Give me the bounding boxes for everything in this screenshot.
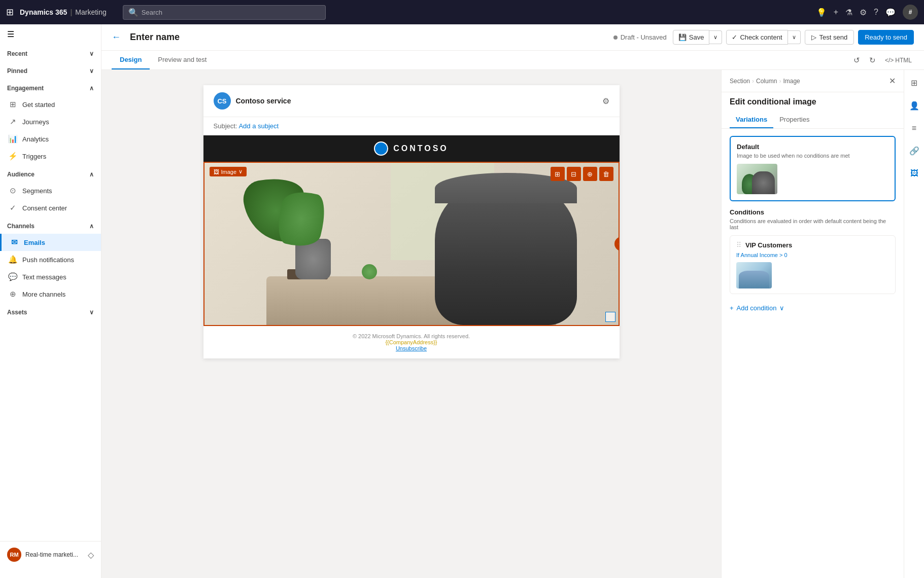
unsubscribe-link[interactable]: Unsubscribe bbox=[211, 345, 612, 351]
hamburger-button[interactable]: ☰ bbox=[0, 24, 101, 44]
person-icon[interactable]: 👤 bbox=[906, 98, 922, 114]
image-label-button[interactable]: 🖼 Image ∨ bbox=[210, 167, 247, 176]
add-condition-button[interactable]: + Add condition ∨ bbox=[730, 301, 896, 315]
search-input[interactable] bbox=[142, 9, 320, 16]
back-button[interactable]: ← bbox=[112, 32, 121, 43]
default-card-title: Default bbox=[737, 143, 888, 151]
toolbar-actions: 💾 Save ∨ ✓ Check content ∨ ▷ Test send bbox=[673, 30, 914, 45]
image-section[interactable]: 🖼 Image ∨ ⊞ ⊟ ⊕ 🗑 bbox=[203, 162, 620, 326]
help-icon[interactable]: ? bbox=[874, 8, 878, 17]
tab-design[interactable]: Design bbox=[112, 51, 150, 69]
search-bar[interactable]: 🔍 bbox=[123, 5, 326, 20]
image-toolbar: 🖼 Image ∨ bbox=[210, 167, 247, 176]
workspace-name: Real-time marketi... bbox=[25, 551, 84, 558]
email-canvas[interactable]: CS Contoso service ⚙ Subject: Add a subj… bbox=[101, 70, 721, 578]
tab-preview[interactable]: Preview and test bbox=[150, 51, 215, 69]
layout-icon[interactable]: ⊞ bbox=[908, 75, 920, 91]
condition-card-0[interactable]: ⠿ VIP Customers If Annual Income > 0 bbox=[730, 235, 896, 294]
module-name: Marketing bbox=[75, 8, 106, 16]
check-content-button-split[interactable]: ✓ Check content ∨ bbox=[726, 30, 800, 45]
sidebar-item-emails[interactable]: ✉ Emails bbox=[0, 234, 101, 251]
sidebar-label-segments: Segments bbox=[22, 187, 52, 195]
panel-tab-variations[interactable]: Variations bbox=[730, 112, 773, 128]
workspace-switcher[interactable]: RM Real-time marketi... ◇ bbox=[0, 541, 101, 568]
page-title: Enter name bbox=[130, 32, 607, 43]
hero-image[interactable]: ✥ bbox=[204, 163, 619, 325]
condition-image-thumbnail[interactable] bbox=[736, 262, 772, 288]
contoso-logo bbox=[374, 141, 388, 156]
plus-icon[interactable]: + bbox=[834, 8, 838, 17]
check-content-dropdown[interactable]: ∨ bbox=[788, 30, 801, 44]
undo-button[interactable]: ↺ bbox=[851, 54, 862, 67]
lightbulb-icon[interactable]: 💡 bbox=[816, 8, 827, 17]
sidebar-group-header-recent[interactable]: Recent ∨ bbox=[0, 46, 101, 61]
sidebar-group-header-audience[interactable]: Audience ∧ bbox=[0, 167, 101, 182]
image-resize-handle[interactable] bbox=[605, 312, 615, 322]
image-conditional-icon[interactable]: 🖼 bbox=[907, 166, 921, 181]
conditions-title: Conditions bbox=[730, 208, 896, 216]
conditions-desc: Conditions are evaluated in order with d… bbox=[730, 218, 896, 230]
sidebar-group-header-channels[interactable]: Channels ∧ bbox=[0, 219, 101, 234]
html-view-button[interactable]: </> HTML bbox=[883, 55, 914, 66]
image-action-people[interactable]: ⊕ bbox=[583, 167, 597, 181]
sidebar-item-text-messages[interactable]: 💬 Text messages bbox=[0, 268, 101, 285]
channels-label: Channels bbox=[7, 223, 35, 230]
hamburger-icon: ☰ bbox=[7, 30, 14, 39]
sidebar-item-triggers[interactable]: ⚡ Triggers bbox=[0, 148, 101, 165]
default-variation-card[interactable]: Default Image to be used when no conditi… bbox=[730, 136, 896, 201]
consent-icon: ✓ bbox=[8, 203, 17, 212]
sidebar-item-segments[interactable]: ⊙ Segments bbox=[0, 182, 101, 199]
filter-icon[interactable]: ⚗ bbox=[845, 8, 852, 17]
chevron-down-icon: ∨ bbox=[89, 50, 94, 57]
image-action-copy[interactable]: ⊞ bbox=[551, 167, 565, 181]
breadcrumb-section[interactable]: Section bbox=[730, 78, 750, 85]
sidebar-label-journeys: Journeys bbox=[22, 118, 49, 126]
sidebar-item-consent-center[interactable]: ✓ Consent center bbox=[0, 199, 101, 216]
panel-tab-properties[interactable]: Properties bbox=[773, 112, 815, 128]
default-image-thumbnail[interactable] bbox=[737, 164, 777, 194]
search-icon: 🔍 bbox=[128, 8, 139, 17]
save-button[interactable]: 💾 Save bbox=[673, 30, 710, 45]
grid-icon[interactable]: ⊞ bbox=[6, 7, 14, 18]
settings-gear-icon[interactable]: ⚙ bbox=[602, 96, 609, 106]
user-avatar[interactable]: # bbox=[903, 5, 918, 20]
close-icon[interactable]: ✕ bbox=[889, 76, 896, 86]
add-subject-link[interactable]: Add a subject bbox=[238, 122, 279, 130]
segments-icon: ⊙ bbox=[8, 186, 17, 195]
settings-icon[interactable]: ⚙ bbox=[860, 8, 867, 17]
sidebar-label-consent: Consent center bbox=[22, 204, 67, 212]
image-action-buttons: ⊞ ⊟ ⊕ 🗑 bbox=[551, 167, 613, 181]
bell-icon: 🔔 bbox=[8, 255, 17, 264]
grid-icon: ⊞ bbox=[8, 100, 17, 109]
image-action-delete[interactable]: 🗑 bbox=[599, 167, 613, 181]
journey-icon: ↗ bbox=[8, 117, 17, 126]
check-content-button[interactable]: ✓ Check content bbox=[726, 30, 788, 45]
sidebar-group-header-engagement[interactable]: Engagement ∧ bbox=[0, 81, 101, 96]
image-action-link[interactable]: ⊟ bbox=[567, 167, 581, 181]
email-sender: CS Contoso service bbox=[214, 92, 291, 110]
sidebar-item-push-notifications[interactable]: 🔔 Push notifications bbox=[0, 251, 101, 268]
ready-to-send-button[interactable]: Ready to send bbox=[858, 30, 914, 45]
sidebar-label-analytics: Analytics bbox=[22, 135, 49, 143]
link-icon[interactable]: 🔗 bbox=[906, 143, 922, 159]
conditions-section: Conditions Conditions are evaluated in o… bbox=[730, 208, 896, 294]
sidebar-item-get-started[interactable]: ⊞ Get started bbox=[0, 96, 101, 113]
condition-name: VIP Customers bbox=[745, 241, 792, 249]
breadcrumb-column[interactable]: Column bbox=[756, 78, 777, 85]
breadcrumb-image[interactable]: Image bbox=[783, 78, 800, 85]
redo-button[interactable]: ↻ bbox=[867, 54, 878, 67]
sidebar-item-journeys[interactable]: ↗ Journeys bbox=[0, 113, 101, 130]
save-dropdown-button[interactable]: ∨ bbox=[709, 30, 722, 44]
sidebar-item-analytics[interactable]: 📊 Analytics bbox=[0, 130, 101, 148]
email-footer: © 2022 Microsoft Dynamics. All rights re… bbox=[203, 326, 620, 358]
sidebar-item-more-channels[interactable]: ⊕ More channels bbox=[0, 285, 101, 303]
drag-handle-icon[interactable]: ⠿ bbox=[736, 241, 741, 249]
sidebar-group-header-assets[interactable]: Assets ∨ bbox=[0, 305, 101, 320]
save-button-split[interactable]: 💾 Save ∨ bbox=[673, 30, 723, 45]
chat-icon[interactable]: 💬 bbox=[885, 8, 896, 17]
list-icon[interactable]: ≡ bbox=[909, 121, 919, 136]
sender-avatar: CS bbox=[214, 92, 231, 110]
sidebar-group-header-pinned[interactable]: Pinned ∨ bbox=[0, 63, 101, 79]
test-send-button[interactable]: ▷ Test send bbox=[805, 30, 854, 45]
workspace-avatar: RM bbox=[7, 548, 21, 562]
